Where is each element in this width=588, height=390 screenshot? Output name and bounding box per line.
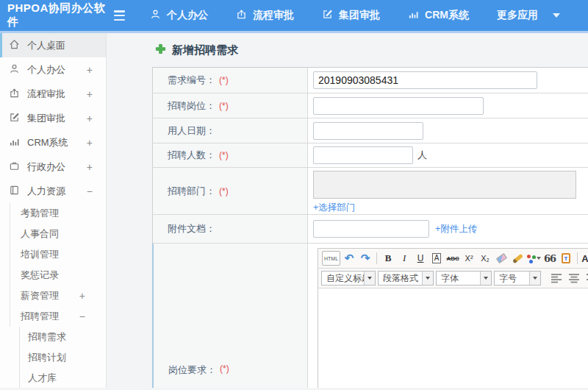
- sidebar-item-personal-office[interactable]: 个人办公 +: [0, 57, 106, 82]
- sidebar-item-talent-pool[interactable]: 人才库: [0, 368, 106, 388]
- field-label: 用人日期：: [168, 124, 215, 138]
- form-row-attachment: 附件文档： +附件上传: [152, 215, 588, 244]
- sidebar-item-crm-system[interactable]: CRM系统 +: [0, 130, 106, 155]
- person-icon: [150, 9, 161, 22]
- share-up-icon: [236, 9, 247, 22]
- editor-toolbar-top: HTML ↶ ↷ B I U A ABC X² X₂: [318, 249, 588, 269]
- undo-icon[interactable]: ↶: [342, 251, 356, 266]
- sidebar-item-group-approval[interactable]: 集团审批 +: [0, 106, 106, 130]
- book-icon: [9, 185, 27, 198]
- field-value-cell: [308, 93, 588, 118]
- menu-toggle-icon[interactable]: [114, 10, 125, 21]
- headcount-input[interactable]: [313, 146, 413, 164]
- remove-format-button[interactable]: [494, 251, 509, 266]
- emoticon-button[interactable]: [526, 251, 541, 266]
- required-mark: (*): [219, 186, 229, 196]
- nav-group-approval[interactable]: 集团审批: [322, 9, 380, 22]
- hire-date-input[interactable]: [313, 122, 423, 140]
- sidebar-item-recruitment-requirements[interactable]: 招聘需求: [0, 327, 106, 347]
- nav-workflow-approval[interactable]: 流程审批: [236, 9, 294, 22]
- font-color-button[interactable]: A: [581, 251, 588, 266]
- sidebar-item-personnel-contract[interactable]: 人事合同: [0, 224, 106, 244]
- sidebar-item-human-resources[interactable]: 人力资源 −: [0, 179, 106, 203]
- eraser-icon: [495, 253, 506, 263]
- font-style-button[interactable]: A: [429, 251, 444, 266]
- redo-icon[interactable]: ↷: [358, 251, 373, 266]
- sidebar-item-workflow-approval[interactable]: 流程审批 +: [0, 82, 106, 106]
- nav-personal-office[interactable]: 个人办公: [150, 9, 208, 22]
- field-label: 岗位要求：: [168, 364, 216, 377]
- align-center-icon[interactable]: [567, 271, 581, 286]
- nav-more-apps[interactable]: 更多应用: [497, 9, 560, 22]
- sidebar-item-recruitment-management[interactable]: 招聘管理 −: [0, 306, 106, 327]
- format-painter-button[interactable]: [510, 251, 525, 266]
- field-label-cell: 招聘部门： (*): [152, 168, 308, 214]
- select-value: 字体: [437, 272, 480, 285]
- request-number-input[interactable]: [313, 71, 537, 89]
- sidebar-item-recruitment-plan[interactable]: 招聘计划: [0, 347, 106, 368]
- blockquote-button[interactable]: 66: [542, 251, 557, 266]
- expand-plus-icon: +: [87, 161, 93, 173]
- sidebar-item-label: CRM系统: [27, 136, 68, 149]
- field-value-cell: +附件上传: [308, 215, 588, 243]
- sidebar-item-training-management[interactable]: 培训管理: [0, 244, 106, 265]
- sidebar-item-label: 流程审批: [27, 88, 65, 101]
- recruitment-form: 需求编号： (*) 招聘岗位： (*) 用人日期：: [152, 67, 588, 388]
- html-source-button[interactable]: HTML: [322, 251, 340, 266]
- attachment-input[interactable]: [313, 220, 429, 238]
- align-right-icon[interactable]: [584, 271, 588, 286]
- field-label: 招聘人数：: [168, 149, 215, 162]
- sidebar-item-personal-desktop[interactable]: 个人桌面: [0, 33, 106, 57]
- font-size-select[interactable]: 字号: [494, 271, 541, 286]
- align-left-icon[interactable]: [549, 271, 564, 286]
- italic-button[interactable]: I: [397, 251, 412, 266]
- edit-icon: [9, 112, 27, 125]
- nav-item-label: 更多应用: [497, 9, 538, 22]
- required-mark: (*): [219, 101, 229, 111]
- app-logo: PHPOA协同办公软件: [0, 1, 107, 29]
- share-up-icon: [9, 88, 27, 101]
- caret-down-icon: [553, 13, 560, 18]
- position-input[interactable]: [313, 97, 484, 115]
- form-row-position: 招聘岗位： (*): [152, 93, 588, 118]
- sidebar-item-label: 个人桌面: [27, 39, 65, 52]
- field-value-cell: [308, 68, 588, 93]
- sidebar-item-admin-office[interactable]: 行政办公 +: [0, 155, 106, 179]
- field-label-cell: 招聘岗位： (*): [152, 93, 308, 118]
- clipboard-icon: T: [562, 253, 570, 263]
- bar-chart-icon: [408, 9, 419, 22]
- select-value: 字号: [495, 272, 529, 285]
- custom-title-select[interactable]: 自定义标题: [321, 271, 376, 286]
- page-title-row: 新增招聘需求: [155, 43, 588, 57]
- bold-button[interactable]: B: [381, 251, 395, 266]
- sidebar-item-salary-management[interactable]: 薪资管理 +: [0, 286, 106, 306]
- editor-toolbar-bottom: 自定义标题 段落格式 字体: [318, 269, 588, 288]
- required-mark: (*): [219, 150, 229, 160]
- paragraph-format-select[interactable]: 段落格式: [378, 271, 434, 286]
- sidebar-item-label: 招聘需求: [28, 330, 66, 344]
- strikethrough-button[interactable]: ABC: [445, 251, 460, 266]
- field-value-cell: HTML ↶ ↷ B I U A ABC X² X₂: [308, 244, 588, 388]
- department-textarea[interactable]: [313, 171, 576, 199]
- expand-plus-icon: +: [87, 64, 93, 76]
- color-dots-icon: [527, 255, 531, 258]
- font-color-a-icon: A: [581, 253, 588, 264]
- sidebar-item-label: 行政办公: [27, 160, 65, 174]
- collapse-minus-icon: −: [79, 311, 85, 322]
- nav-crm-system[interactable]: CRM系统: [408, 9, 469, 22]
- collapse-minus-icon: −: [87, 185, 93, 197]
- form-row-hire-date: 用人日期：: [152, 118, 588, 143]
- sidebar-item-attendance-management[interactable]: 考勤管理: [0, 203, 106, 224]
- expand-plus-icon: +: [87, 113, 93, 124]
- sidebar-item-reward-punishment-records[interactable]: 奖惩记录: [0, 265, 106, 286]
- paste-button[interactable]: T: [559, 251, 573, 266]
- font-family-select[interactable]: 字体: [436, 271, 492, 286]
- sidebar-item-label: 人力资源: [27, 185, 65, 198]
- page-title: 新增招聘需求: [172, 43, 238, 57]
- subscript-button[interactable]: X₂: [478, 251, 492, 266]
- select-department-link[interactable]: +选择部门: [313, 202, 355, 214]
- attachment-upload-link[interactable]: +附件上传: [435, 223, 477, 235]
- underline-button[interactable]: U: [413, 251, 428, 266]
- superscript-button[interactable]: X²: [462, 251, 476, 266]
- editor-content-area[interactable]: [318, 288, 588, 388]
